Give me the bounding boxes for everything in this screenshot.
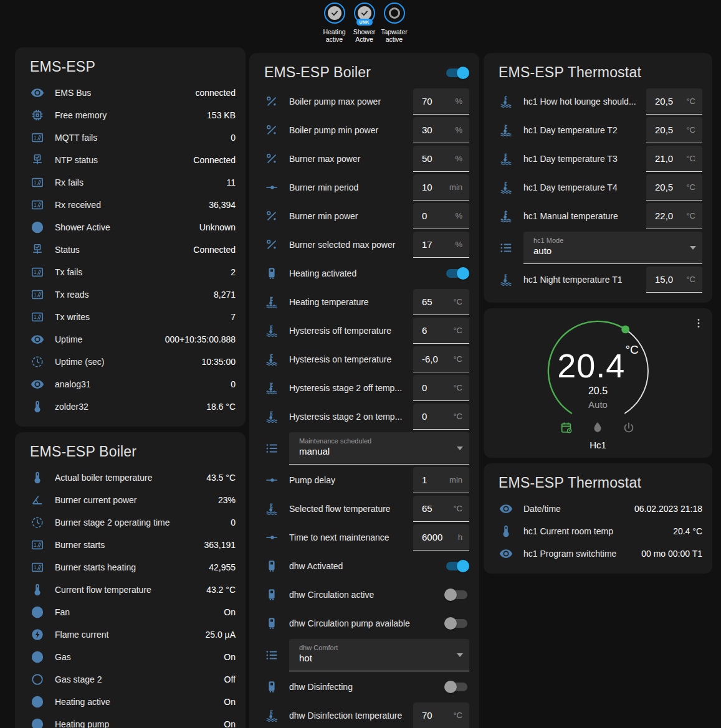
eye-icon: [30, 377, 45, 392]
toggle-switch[interactable]: [444, 617, 469, 630]
entity-row[interactable]: Date/time06.02.2023 21:18: [494, 498, 702, 520]
number-input[interactable]: 0°C: [413, 375, 469, 401]
entity-row[interactable]: Flame current25.0 µA: [25, 623, 236, 646]
number-input[interactable]: 20,5°C: [646, 117, 702, 143]
entity-label: Time to next maintenance: [289, 532, 403, 542]
entity-row[interactable]: Tx reads8,271: [25, 283, 236, 306]
toggle-switch[interactable]: [444, 589, 469, 601]
dial-handle[interactable]: [621, 325, 629, 333]
entity-row[interactable]: Tx fails2: [25, 261, 236, 283]
current-temperature: 20.4°C: [484, 343, 712, 385]
eye-icon: [30, 332, 45, 347]
number-input[interactable]: 30%: [413, 117, 469, 143]
number-input[interactable]: 65°C: [413, 496, 469, 522]
select-input[interactable]: Maintenance scheduledmanual: [289, 432, 469, 465]
entity-row[interactable]: FanOn: [25, 601, 236, 623]
number-input[interactable]: 21,0°C: [646, 146, 702, 172]
number-input[interactable]: 50%: [413, 146, 469, 172]
number-input[interactable]: 10min: [413, 174, 469, 201]
entity-label: Burner min period: [289, 182, 403, 192]
card-header: EMS-ESP Thermostat: [494, 62, 702, 87]
entity-row[interactable]: EMS Busconnected: [25, 82, 236, 104]
entity-row[interactable]: Burner starts363,191: [25, 534, 236, 556]
entity-row[interactable]: hc1 Current room temp20.4 °C: [494, 520, 702, 542]
entity-row[interactable]: Burner stage 2 operating time0: [25, 511, 236, 534]
number-input[interactable]: 6°C: [413, 318, 469, 344]
card-entities: EMS-ESP ThermostatDate/time06.02.2023 21…: [484, 463, 712, 574]
entity-row[interactable]: zolder3218.6 °C: [25, 395, 236, 418]
entity-row[interactable]: Current flow temperature43.2 °C: [25, 579, 236, 601]
check-circle-icon: [30, 220, 45, 235]
card-toggle-switch[interactable]: [444, 67, 469, 79]
entity-value: On: [224, 697, 236, 707]
number-input[interactable]: 20,5°C: [646, 174, 702, 201]
memory-icon: [30, 108, 45, 123]
entity-row[interactable]: Uptime (sec)10:35:00: [25, 351, 236, 373]
entity-row[interactable]: Heating pumpOn: [25, 713, 236, 728]
entity-label: Actual boiler temperature: [55, 473, 196, 483]
badge-circle: [324, 2, 345, 24]
entity-row: Hysteresis stage 2 off temp...0°C: [259, 374, 469, 402]
select-input[interactable]: hc1 Modeauto: [523, 232, 702, 264]
entity-row[interactable]: Free memory153 KB: [25, 104, 236, 126]
entity-row[interactable]: NTP statusConnected: [25, 149, 236, 171]
number-input[interactable]: 65°C: [413, 289, 469, 315]
entity-label: NTP status: [55, 155, 183, 165]
number-unit: °C: [686, 154, 695, 163]
number-input[interactable]: -6,0°C: [413, 346, 469, 372]
status-badge[interactable]: UNKShower Active: [351, 2, 378, 43]
toggle-switch[interactable]: [444, 681, 469, 693]
status-badge[interactable]: Tapwater active: [381, 2, 408, 43]
entity-row[interactable]: Heating activeOn: [25, 691, 236, 713]
badge-circle: [384, 2, 405, 24]
number-unit: min: [449, 475, 462, 485]
entity-row[interactable]: Uptime000+10:35:00.888: [25, 328, 236, 351]
toggle-switch[interactable]: [444, 560, 469, 572]
select-value: auto: [533, 245, 684, 256]
entity-row[interactable]: Shower ActiveUnknown: [25, 216, 236, 239]
number-input[interactable]: 70°C: [413, 702, 469, 728]
number-unit: °C: [453, 504, 462, 513]
entity-row: dhw Circulation pump available: [259, 609, 469, 638]
number-input[interactable]: 0°C: [413, 404, 469, 430]
number-input[interactable]: 20,5°C: [646, 88, 702, 115]
entity-row: Burner min power0%: [259, 202, 469, 230]
entity-row[interactable]: Tx writes7: [25, 306, 236, 328]
number-input[interactable]: 6000h: [413, 524, 469, 551]
select-input[interactable]: dhw Comforthot: [289, 639, 469, 671]
entity-row[interactable]: analog310: [25, 373, 236, 395]
entity-row[interactable]: Burner starts heating42,955: [25, 556, 236, 579]
entity-row[interactable]: StatusConnected: [25, 239, 236, 261]
circle-outline-icon: [30, 672, 45, 687]
fire-icon[interactable]: [591, 421, 606, 436]
coolant-icon: [499, 151, 513, 166]
entity-row[interactable]: Gas stage 2Off: [25, 668, 236, 691]
entity-row: hc1 Night temperature T115,0°C: [494, 265, 702, 294]
entity-row[interactable]: GasOn: [25, 646, 236, 668]
more-menu-icon[interactable]: [690, 314, 707, 332]
counter-icon: [30, 130, 45, 145]
number-input[interactable]: 17%: [413, 232, 469, 258]
entity-row[interactable]: Actual boiler temperature43.5 °C: [25, 466, 236, 489]
entity-label: hc1 Current room temp: [523, 526, 663, 536]
entity-value: 18.6 °C: [206, 402, 236, 412]
number-unit: %: [455, 240, 462, 249]
calendar-check-icon[interactable]: [560, 421, 575, 436]
entity-row[interactable]: MQTT fails0: [25, 126, 236, 149]
entity-row[interactable]: Rx received36,394: [25, 194, 236, 216]
card-header: EMS-ESP Boiler: [259, 62, 469, 87]
entity-row: Heating activated: [259, 259, 469, 288]
entity-row[interactable]: Rx fails11: [25, 171, 236, 194]
number-value: 70: [422, 710, 453, 721]
number-input[interactable]: 22,0°C: [646, 203, 702, 229]
toggle-switch[interactable]: [444, 267, 469, 280]
number-input[interactable]: 15,0°C: [646, 267, 702, 293]
number-input[interactable]: 1min: [413, 467, 469, 493]
power-icon[interactable]: [622, 421, 637, 436]
number-input[interactable]: 0%: [413, 203, 469, 229]
number-input[interactable]: 70%: [413, 88, 469, 115]
number-unit: %: [455, 125, 462, 135]
status-badge[interactable]: Heating active: [321, 2, 348, 43]
entity-row[interactable]: Burner current power23%: [25, 489, 236, 511]
entity-row[interactable]: hc1 Program switchtime00 mo 00:00 T1: [494, 542, 702, 565]
